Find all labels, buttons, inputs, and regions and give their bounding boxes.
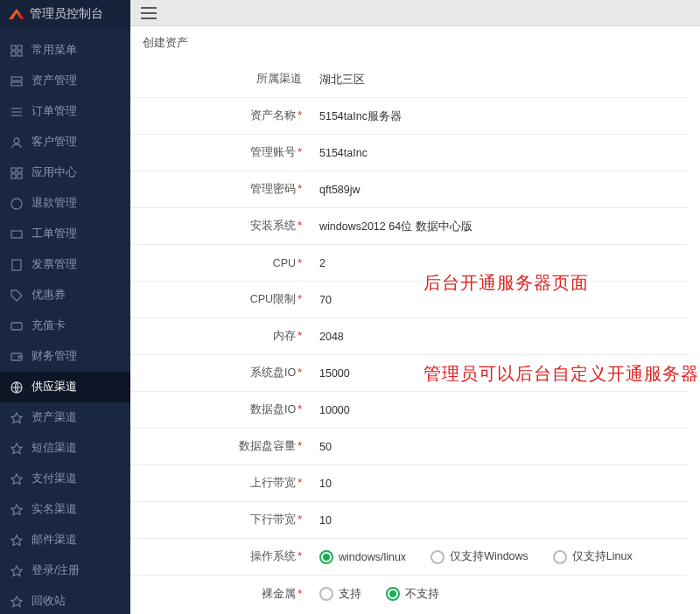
create-asset-form: 所属渠道资产名称*管理账号*管理密码*安装系统*CPU*CPU限制*内存*系统盘…: [130, 61, 700, 614]
sidebar-item-label: 应用中心: [32, 165, 77, 180]
star-icon: [10, 596, 23, 608]
input-sys_disk_io[interactable]: [319, 367, 682, 380]
sidebar-item-label: 财务管理: [32, 349, 77, 364]
row-down_bandwidth: 下行带宽*: [130, 502, 688, 539]
sidebar-item-label: 短信渠道: [32, 441, 77, 456]
label-os_support: 操作系统*: [130, 549, 314, 564]
label-admin_password: 管理密码*: [130, 182, 314, 197]
sidebar-item-4[interactable]: 应用中心: [0, 157, 130, 188]
menu-toggle-icon[interactable]: [141, 7, 157, 19]
svg-rect-11: [18, 168, 22, 172]
users-icon: [10, 136, 23, 149]
row-sys_disk_io: 系统盘IO*: [130, 355, 688, 392]
sidebar-item-10[interactable]: 财务管理: [0, 341, 130, 372]
sidebar-item-label: 常用菜单: [32, 43, 77, 58]
input-install_system[interactable]: [319, 220, 682, 233]
row-channel: 所属渠道: [130, 61, 688, 98]
radio-os_support-1[interactable]: 仅支持Windows: [430, 549, 528, 564]
input-admin_password[interactable]: [319, 184, 682, 196]
input-data_disk_io[interactable]: [319, 404, 682, 416]
sidebar-item-label: 优惠券: [32, 288, 66, 303]
ticket-icon: [10, 228, 23, 241]
sidebar-item-9[interactable]: 充值卡: [0, 310, 130, 341]
star-icon: [10, 473, 23, 485]
svg-rect-16: [12, 260, 21, 270]
row-install_system: 安装系统*: [130, 208, 688, 245]
input-asset_name[interactable]: [319, 110, 682, 122]
input-data_disk_cap[interactable]: [319, 441, 682, 453]
star-icon: [10, 534, 23, 547]
label-memory: 内存*: [130, 329, 314, 344]
sidebar-item-15[interactable]: 实名渠道: [0, 494, 130, 525]
sidebar-item-label: 回收站: [32, 594, 66, 609]
input-down_bandwidth[interactable]: [319, 514, 682, 527]
sidebar-nav: 常用菜单资产管理订单管理客户管理应用中心退款管理工单管理发票管理优惠券充值卡财务…: [0, 28, 130, 614]
main-area: 创建资产 所属渠道资产名称*管理账号*管理密码*安装系统*CPU*CPU限制*内…: [130, 0, 700, 614]
input-memory[interactable]: [319, 331, 682, 343]
invoice-icon: [10, 259, 23, 271]
sidebar-item-label: 实名渠道: [32, 502, 77, 517]
sidebar-item-label: 资产管理: [32, 73, 77, 88]
card-icon: [10, 320, 23, 332]
row-admin_account: 管理账号*: [130, 135, 688, 171]
star-icon: [10, 412, 23, 424]
radio-os_support-2[interactable]: 仅支持Linux: [553, 549, 633, 564]
input-cpu_limit[interactable]: [319, 294, 682, 306]
input-admin_account[interactable]: [319, 147, 682, 159]
grid-icon: [10, 167, 23, 179]
radio-os_support-0[interactable]: windows/linux: [319, 550, 406, 564]
sidebar-item-3[interactable]: 客户管理: [0, 127, 130, 157]
row-memory: 内存*: [130, 318, 688, 355]
radio-icon: [553, 550, 567, 564]
sidebar-item-0[interactable]: 常用菜单: [0, 35, 130, 66]
svg-rect-0: [11, 45, 16, 50]
coin-icon: [10, 198, 23, 210]
star-icon: [10, 443, 23, 455]
sidebar-item-18[interactable]: 回收站: [0, 586, 130, 614]
tag-icon: [10, 290, 23, 302]
sidebar-header: 管理员控制台: [0, 0, 130, 28]
sidebar-item-1[interactable]: 资产管理: [0, 66, 130, 96]
label-sys_disk_io: 系统盘IO*: [130, 366, 314, 380]
sidebar-item-17[interactable]: 登录/注册: [0, 555, 130, 586]
sidebar-item-13[interactable]: 短信渠道: [0, 433, 130, 464]
label-up_bandwidth: 上行带宽*: [130, 476, 314, 491]
input-cpu[interactable]: [319, 257, 682, 269]
label-admin_account: 管理账号*: [130, 145, 314, 160]
svg-rect-4: [11, 77, 22, 80]
list-icon: [10, 106, 23, 118]
row-os_support: 操作系统*windows/linux仅支持Windows仅支持Linux: [130, 539, 688, 576]
sidebar-item-label: 充值卡: [32, 318, 66, 333]
sidebar-item-label: 资产渠道: [32, 410, 77, 425]
svg-rect-15: [11, 231, 22, 238]
row-admin_password: 管理密码*: [130, 171, 688, 208]
input-up_bandwidth[interactable]: [319, 478, 682, 490]
radio-bare_metal-1[interactable]: 不支持: [386, 587, 439, 602]
radio-label: 支持: [339, 587, 361, 602]
star-icon: [10, 565, 23, 577]
radio-icon: [319, 587, 333, 601]
radio-bare_metal-0[interactable]: 支持: [319, 587, 361, 602]
sidebar-item-label: 发票管理: [32, 257, 77, 272]
label-cpu: CPU*: [130, 257, 314, 269]
label-cpu_limit: CPU限制*: [130, 292, 314, 307]
svg-rect-19: [18, 356, 21, 358]
sidebar-item-6[interactable]: 工单管理: [0, 219, 130, 249]
sidebar-item-11[interactable]: 供应渠道: [0, 372, 130, 402]
label-data_disk_io: 数据盘IO*: [130, 402, 314, 417]
sidebar-item-label: 订单管理: [32, 104, 77, 119]
sidebar-item-12[interactable]: 资产渠道: [0, 402, 130, 433]
sidebar-item-16[interactable]: 邮件渠道: [0, 525, 130, 555]
radio-icon: [319, 550, 333, 564]
sidebar-item-5[interactable]: 退款管理: [0, 188, 130, 219]
label-asset_name: 资产名称*: [130, 108, 314, 123]
sidebar-item-8[interactable]: 优惠券: [0, 280, 130, 310]
sidebar-item-7[interactable]: 发票管理: [0, 249, 130, 280]
input-channel[interactable]: [319, 73, 682, 86]
sidebar-item-label: 退款管理: [32, 196, 77, 211]
sidebar-item-14[interactable]: 支付渠道: [0, 464, 130, 494]
radio-label: 不支持: [405, 587, 439, 602]
sidebar-item-2[interactable]: 订单管理: [0, 96, 130, 127]
radio-label: windows/linux: [339, 551, 406, 563]
radio-label: 仅支持Windows: [450, 549, 528, 564]
